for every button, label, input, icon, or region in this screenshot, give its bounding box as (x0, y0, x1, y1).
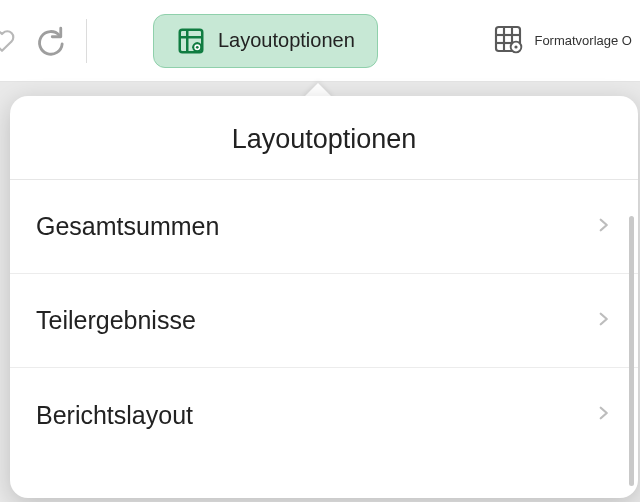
row-subtotals[interactable]: Teilergebnisse (10, 274, 638, 368)
toolbar: Layoutoptionen Formatvorlage O (0, 0, 640, 82)
heart-icon[interactable] (0, 16, 16, 66)
svg-point-4 (196, 45, 199, 48)
row-report-layout[interactable]: Berichtslayout (10, 368, 638, 462)
layout-options-popover: Layoutoptionen Gesamtsummen Teilergebnis… (10, 96, 638, 498)
toolbar-separator (86, 19, 87, 63)
row-label: Teilergebnisse (36, 306, 196, 335)
popover-list: Gesamtsummen Teilergebnisse Berichtslayo… (10, 180, 638, 462)
svg-point-15 (515, 45, 518, 48)
chevron-right-icon (594, 305, 612, 337)
style-template-button[interactable]: Formatvorlage O (486, 17, 632, 65)
scroll-indicator[interactable] (629, 216, 634, 486)
layout-options-label: Layoutoptionen (218, 29, 355, 52)
style-template-label: Formatvorlage O (534, 33, 632, 48)
row-label: Berichtslayout (36, 401, 193, 430)
chevron-right-icon (594, 399, 612, 431)
chevron-right-icon (594, 211, 612, 243)
redo-button[interactable] (26, 19, 70, 63)
grid-gear-icon (492, 23, 524, 59)
popover-title: Layoutoptionen (10, 96, 638, 180)
row-label: Gesamtsummen (36, 212, 219, 241)
layout-options-icon (176, 26, 206, 56)
row-grand-totals[interactable]: Gesamtsummen (10, 180, 638, 274)
layout-options-button[interactable]: Layoutoptionen (153, 14, 378, 68)
